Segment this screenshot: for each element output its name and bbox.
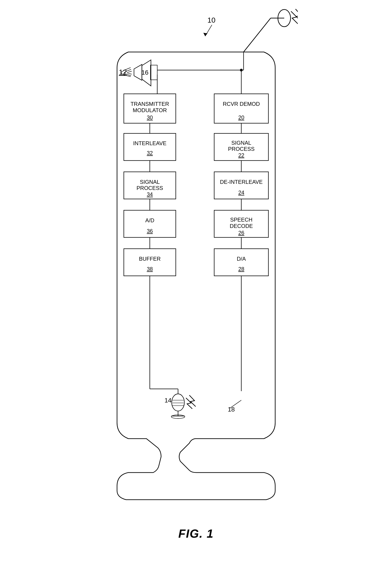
microphone-icon <box>172 394 184 411</box>
label-14: 14 <box>165 397 171 404</box>
label-16: 16 <box>141 69 148 76</box>
svg-text:MODULATOR: MODULATOR <box>133 107 167 113</box>
svg-line-0 <box>244 18 271 52</box>
svg-text:26: 26 <box>238 230 244 236</box>
svg-text:TRANSMITTER: TRANSMITTER <box>130 101 169 107</box>
svg-text:INTERLEAVE: INTERLEAVE <box>133 140 167 146</box>
svg-text:PROCESS: PROCESS <box>228 146 254 152</box>
block-interleave <box>124 133 176 161</box>
svg-text:A/D: A/D <box>145 217 154 223</box>
svg-text:22: 22 <box>238 152 244 158</box>
label-18: 18 <box>228 406 235 413</box>
page: 10 12 16 <box>0 0 392 570</box>
svg-text:PROCESS: PROCESS <box>137 185 163 191</box>
svg-marker-5 <box>134 64 142 80</box>
svg-text:DECODE: DECODE <box>230 223 253 229</box>
svg-text:30: 30 <box>147 114 153 120</box>
label-12: 12 <box>119 68 127 76</box>
svg-line-55 <box>230 400 241 408</box>
main-diagram-svg: 10 12 16 <box>95 4 298 525</box>
svg-text:24: 24 <box>238 190 244 196</box>
svg-text:D/A: D/A <box>237 256 246 262</box>
svg-text:32: 32 <box>147 150 153 156</box>
svg-text:34: 34 <box>147 191 153 197</box>
diagram-container: 10 12 16 <box>95 4 298 525</box>
svg-text:SPEECH: SPEECH <box>230 217 252 223</box>
svg-text:28: 28 <box>238 266 244 272</box>
svg-text:RCVR DEMOD: RCVR DEMOD <box>223 101 260 107</box>
svg-text:38: 38 <box>147 266 153 272</box>
svg-rect-7 <box>151 65 157 80</box>
svg-text:SIGNAL: SIGNAL <box>231 140 251 146</box>
svg-text:BUFFER: BUFFER <box>139 256 161 262</box>
svg-text:20: 20 <box>238 114 244 120</box>
svg-text:36: 36 <box>147 228 153 234</box>
label-10: 10 <box>207 16 216 24</box>
fig-label: FIG. 1 <box>178 527 213 540</box>
svg-text:DE-INTERLEAVE: DE-INTERLEAVE <box>220 179 263 185</box>
svg-text:SIGNAL: SIGNAL <box>140 179 159 185</box>
